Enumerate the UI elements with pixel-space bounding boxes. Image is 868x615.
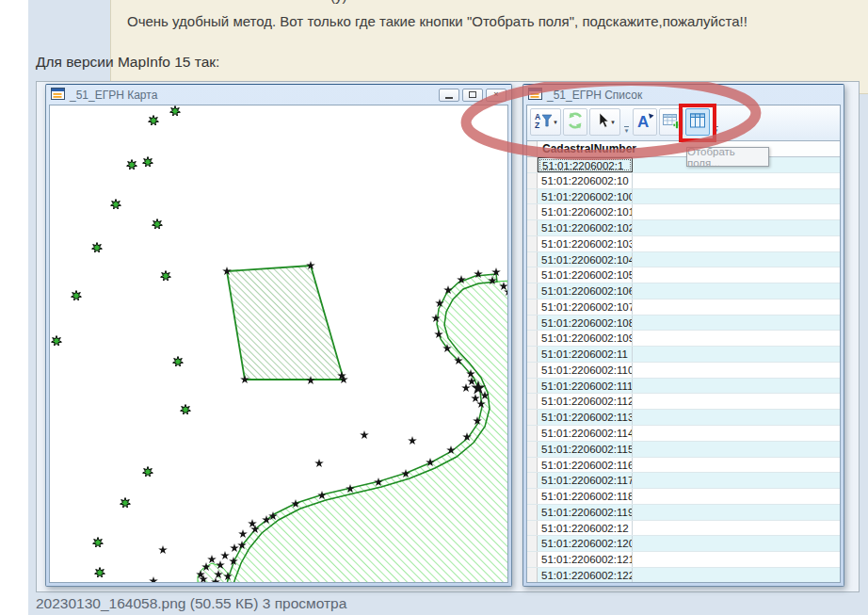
cadastral-number-cell[interactable]: 51:01:2206002:106 bbox=[538, 283, 633, 299]
map-canvas[interactable] bbox=[49, 105, 508, 583]
cadastral-number-cell[interactable]: 51:01:2206002:112 bbox=[538, 394, 633, 409]
cadastral-number-cell[interactable]: 51:01:2206002:103 bbox=[538, 236, 633, 251]
cadastral-number-cell[interactable]: 51:01:2206002:111 bbox=[538, 379, 633, 394]
row-gutter[interactable] bbox=[527, 394, 538, 409]
cadastral-number-cell[interactable]: 51:01:2206002:114 bbox=[538, 426, 633, 441]
table-row[interactable]: 51:01:2206002:101 bbox=[527, 204, 840, 220]
table-row[interactable]: 51:01:2206002:119 bbox=[527, 505, 840, 521]
table-row[interactable]: 51:01:2206002:107 bbox=[527, 299, 840, 316]
table-header-row[interactable]: CadastralNumber bbox=[527, 141, 840, 157]
cadastral-number-cell[interactable]: 51:01:2206002:108 bbox=[538, 316, 633, 331]
table-row[interactable]: 51:01:2206002:112 bbox=[527, 394, 840, 410]
table-row[interactable]: 51:01:2206002:10 bbox=[527, 173, 840, 189]
row-gutter[interactable] bbox=[527, 363, 538, 378]
table-row[interactable]: 51:01:2206002:103 bbox=[527, 236, 840, 252]
row-gutter[interactable] bbox=[527, 252, 538, 267]
table-row[interactable]: 51:01:2206002:102 bbox=[527, 220, 840, 236]
table-row[interactable]: 51:01:2206002:1 bbox=[527, 157, 840, 173]
minimize-icon bbox=[445, 97, 453, 99]
table-row[interactable]: 51:01:2206002:122 bbox=[527, 568, 840, 582]
table-row[interactable]: 51:01:2206002:108 bbox=[527, 316, 840, 332]
cadastral-number-cell[interactable]: 51:01:2206002:102 bbox=[538, 220, 633, 235]
cadastral-number-cell[interactable]: 51:01:2206002:116 bbox=[538, 458, 633, 473]
table-row[interactable]: 51:01:2206002:11 bbox=[527, 347, 840, 363]
row-gutter[interactable] bbox=[527, 521, 538, 536]
cadastral-number-cell[interactable]: 51:01:2206002:109 bbox=[538, 331, 633, 346]
table-row[interactable]: 51:01:2206002:106 bbox=[527, 283, 840, 299]
cadastral-number-cell[interactable]: 51:01:2206002:105 bbox=[538, 267, 633, 283]
minimize-button[interactable] bbox=[439, 89, 459, 102]
row-gutter[interactable] bbox=[527, 157, 538, 172]
table-row[interactable]: 51:01:2206002:104 bbox=[527, 252, 840, 268]
cadastral-number-cell[interactable]: 51:01:2206002:10 bbox=[538, 173, 633, 188]
row-gutter[interactable] bbox=[527, 489, 538, 504]
pick-fields-button[interactable] bbox=[685, 108, 710, 136]
maximize-icon bbox=[469, 91, 476, 98]
quote-box: (у) Очень удобный метод. Вот только где … bbox=[110, 0, 868, 94]
table-row[interactable]: 51:01:2206002:114 bbox=[527, 426, 840, 442]
attached-screenshot[interactable]: _51_ЕГРН Карта × _51_ЕГРН Список AZ▾▾▾A▾ bbox=[36, 81, 860, 592]
row-gutter[interactable] bbox=[527, 505, 538, 520]
cadastral-number-cell[interactable]: 51:01:2206002:104 bbox=[538, 252, 633, 267]
row-gutter[interactable] bbox=[527, 473, 538, 488]
row-gutter[interactable] bbox=[527, 220, 538, 235]
table-row[interactable]: 51:01:2206002:116 bbox=[527, 458, 840, 474]
row-gutter[interactable] bbox=[527, 568, 538, 582]
table-row[interactable]: 51:01:2206002:121 bbox=[527, 552, 840, 568]
cadastral-number-cell[interactable]: 51:01:2206002:121 bbox=[538, 552, 633, 567]
cadastral-number-cell[interactable]: 51:01:2206002:118 bbox=[538, 489, 633, 504]
toolbar-overflow-1[interactable]: ▾ bbox=[622, 126, 631, 138]
cadastral-number-cell[interactable]: 51:01:2206002:100 bbox=[538, 189, 633, 204]
cadastral-number-cell[interactable]: 51:01:2206002:1 bbox=[538, 157, 633, 172]
select-arrow-button[interactable]: ▾ bbox=[589, 108, 620, 136]
cadastral-number-cell[interactable]: 51:01:2206002:107 bbox=[538, 299, 633, 315]
row-gutter[interactable] bbox=[527, 552, 538, 567]
row-gutter[interactable] bbox=[527, 316, 538, 331]
table-row[interactable]: 51:01:2206002:117 bbox=[527, 473, 840, 489]
refresh-button[interactable] bbox=[563, 108, 587, 136]
close-button[interactable]: × bbox=[486, 89, 506, 102]
cadastral-number-cell[interactable]: 51:01:2206002:11 bbox=[538, 347, 633, 362]
map-window-titlebar[interactable]: _51_ЕГРН Карта × bbox=[46, 85, 511, 105]
row-gutter[interactable] bbox=[527, 267, 538, 283]
row-gutter[interactable] bbox=[527, 426, 538, 441]
row-gutter[interactable] bbox=[527, 204, 538, 219]
row-gutter[interactable] bbox=[527, 283, 538, 299]
sort-filter-button[interactable]: AZ▾ bbox=[530, 108, 561, 136]
row-gutter[interactable] bbox=[527, 410, 538, 425]
cadastral-number-cell[interactable]: 51:01:2206002:122 bbox=[538, 568, 633, 582]
list-window-icon bbox=[528, 87, 542, 104]
row-gutter[interactable] bbox=[527, 379, 538, 394]
text-style-button[interactable]: A bbox=[633, 108, 657, 136]
table-row[interactable]: 51:01:2206002:111 bbox=[527, 379, 840, 395]
table-row[interactable]: 51:01:2206002:105 bbox=[527, 267, 840, 283]
cadastral-number-cell[interactable]: 51:01:2206002:115 bbox=[538, 442, 633, 457]
cadastral-number-cell[interactable]: 51:01:2206002:119 bbox=[538, 505, 633, 520]
table-row[interactable]: 51:01:2206002:110 bbox=[527, 363, 840, 379]
table-row[interactable]: 51:01:2206002:109 bbox=[527, 331, 840, 347]
cadastral-number-cell[interactable]: 51:01:2206002:12 bbox=[538, 521, 633, 536]
table-row[interactable]: 51:01:2206002:120 bbox=[527, 536, 840, 552]
maximize-button[interactable] bbox=[462, 89, 483, 102]
table-row[interactable]: 51:01:2206002:113 bbox=[527, 410, 840, 426]
row-gutter[interactable] bbox=[527, 347, 538, 362]
row-gutter[interactable] bbox=[527, 458, 538, 473]
row-gutter[interactable] bbox=[527, 331, 538, 346]
table-row[interactable]: 51:01:2206002:115 bbox=[527, 442, 840, 458]
table-row[interactable]: 51:01:2206002:100 bbox=[527, 189, 840, 205]
table-row[interactable]: 51:01:2206002:118 bbox=[527, 489, 840, 505]
table-row[interactable]: 51:01:2206002:12 bbox=[527, 521, 840, 537]
cadastral-number-cell[interactable]: 51:01:2206002:113 bbox=[538, 410, 633, 425]
row-gutter[interactable] bbox=[527, 299, 538, 315]
row-gutter[interactable] bbox=[527, 189, 538, 204]
cadastral-number-cell[interactable]: 51:01:2206002:117 bbox=[538, 473, 633, 488]
list-window-titlebar[interactable]: _51_ЕГРН Список bbox=[523, 85, 844, 105]
row-gutter[interactable] bbox=[527, 442, 538, 457]
cadastral-number-cell[interactable]: 51:01:2206002:120 bbox=[538, 536, 633, 551]
row-gutter[interactable] bbox=[527, 236, 538, 251]
row-gutter[interactable] bbox=[527, 173, 538, 188]
cadastral-number-cell[interactable]: 51:01:2206002:101 bbox=[538, 204, 633, 219]
row-gutter[interactable] bbox=[527, 536, 538, 551]
column-header[interactable]: CadastralNumber bbox=[538, 142, 636, 155]
cadastral-number-cell[interactable]: 51:01:2206002:110 bbox=[538, 363, 633, 378]
